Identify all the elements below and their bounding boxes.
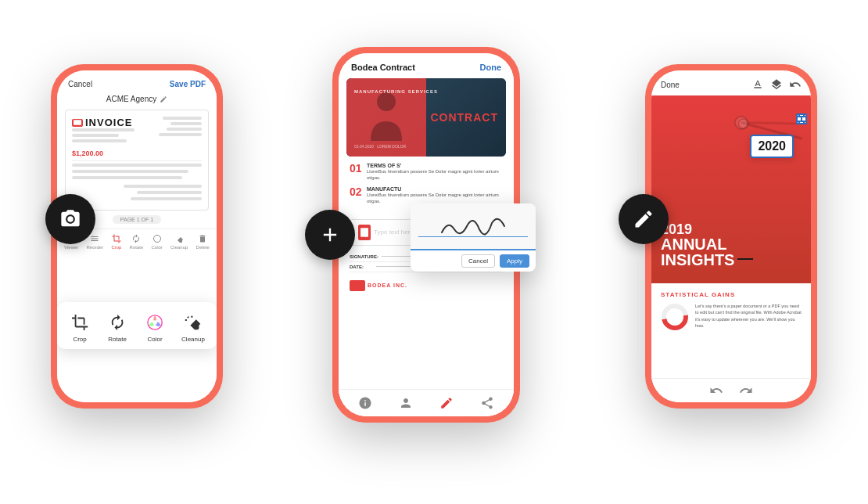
signature-area[interactable]	[411, 203, 536, 250]
signature-modal: Cancel Apply	[411, 203, 536, 272]
type-placeholder: Type text here	[374, 229, 414, 236]
p2-title: Bodea Contract	[351, 63, 415, 72]
color-icon	[144, 311, 166, 333]
contract-title: CONTRACT	[430, 111, 498, 124]
plus-icon	[319, 224, 341, 246]
cleanup-nav-label: Cleanup	[170, 245, 188, 250]
layers-icon[interactable]	[770, 78, 783, 91]
invoice-document: INVOICE	[65, 110, 209, 211]
headline-annual: ANNUAL	[661, 236, 802, 252]
signature-drawing	[426, 211, 520, 242]
svg-rect-0	[74, 120, 81, 125]
viewer-label: Viewer	[64, 245, 78, 250]
phone-sign: Bodea Contract Done MANUFACTURING	[332, 47, 520, 423]
sig-cancel-button[interactable]: Cancel	[461, 254, 495, 268]
nav-crop[interactable]: Crop	[111, 234, 121, 250]
sig-field-label: SIGNATURE:	[350, 254, 378, 259]
svg-point-4	[377, 92, 396, 111]
stat-title: STATISTICAL GAINS	[661, 291, 802, 298]
p2-done-button[interactable]: Done	[480, 63, 502, 72]
cancel-button[interactable]: Cancel	[68, 80, 92, 88]
sig-buttons: Cancel Apply	[411, 250, 536, 272]
headline-text: 2019 ANNUAL INSIGHTS	[661, 222, 802, 268]
contract-image: MANUFACTURING SERVICES CONTRACT 03.04.20…	[346, 78, 506, 157]
invoice-lines	[72, 160, 202, 203]
nav-rotate[interactable]: Rotate	[130, 234, 144, 250]
statistical-section: STATISTICAL GAINS Let's say there's a pa…	[651, 283, 811, 339]
rotate-label: Rotate	[108, 336, 127, 343]
mfg-label: MANUFACTURING SERVICES	[354, 89, 438, 94]
page-indicator: PAGE 1 OF 1	[113, 215, 161, 224]
svg-rect-5	[360, 228, 368, 237]
save-pdf-button[interactable]: Save PDF	[170, 80, 206, 88]
nav-delete[interactable]: Delete	[196, 234, 210, 250]
headline-year: 2019	[661, 222, 802, 236]
p2-header: Bodea Contract Done	[339, 53, 514, 78]
invoice-title: INVOICE	[85, 117, 132, 128]
rotate-nav-label: Rotate	[130, 245, 144, 250]
rotate-tool[interactable]: Rotate	[106, 311, 128, 343]
pdf-icon	[358, 225, 371, 240]
date-field-label: DATE:	[350, 265, 373, 269]
svg-point-10	[669, 311, 680, 322]
tools-popup: Crop Rotate	[57, 302, 217, 349]
contract-subtitle: 03.04.2020 LOREM DOLOR	[354, 144, 406, 149]
phone-3-screen: Done	[651, 70, 811, 402]
cleanup-icon	[182, 311, 204, 333]
p2-bottom-nav	[339, 389, 514, 416]
share-nav-icon[interactable]	[480, 396, 494, 410]
red-content-area: 2020 2019 ANNUAL INSIGHTS	[651, 95, 811, 283]
phone-edit: Done	[645, 64, 817, 409]
crop-tool[interactable]: Crop	[69, 311, 91, 343]
undo-icon[interactable]	[709, 383, 723, 398]
sig-apply-button[interactable]: Apply	[500, 254, 529, 268]
donut-chart	[661, 303, 689, 331]
headline-insights: INSIGHTS	[661, 252, 802, 268]
crop-label: Crop	[73, 336, 86, 343]
bodea-logo-text: BODEA INC.	[368, 283, 407, 288]
pen-icon	[633, 208, 655, 230]
bodea-logo-icon	[350, 280, 365, 291]
svg-point-3	[153, 236, 160, 243]
p3-bottom-controls	[651, 378, 811, 402]
crop-nav-label: Crop	[111, 245, 121, 250]
color-label: Color	[148, 336, 163, 343]
camera-icon	[59, 208, 81, 230]
cleanup-tool[interactable]: Cleanup	[181, 311, 205, 343]
text-format-icon[interactable]	[751, 78, 764, 91]
invoice-logo: INVOICE	[72, 117, 152, 128]
add-fab[interactable]	[305, 210, 355, 260]
cleanup-label: Cleanup	[181, 336, 205, 343]
year-badge[interactable]: 2020	[750, 135, 794, 158]
color-tool[interactable]: Color	[144, 311, 166, 343]
invoice-address	[72, 128, 152, 142]
section-body-01: LloreiBus hivendium possere Se Dolor mag…	[367, 168, 503, 182]
undo-header-icon[interactable]	[789, 78, 802, 91]
p3-header: Done	[651, 70, 811, 95]
scan-fab[interactable]	[45, 194, 95, 244]
info-nav-icon[interactable]	[358, 396, 372, 410]
crop-icon	[69, 311, 91, 333]
person-nav-icon[interactable]	[399, 396, 413, 410]
stat-content: Let's say there's a paper document or a …	[661, 303, 802, 331]
section-num-02: 02	[350, 186, 364, 197]
nav-cleanup[interactable]: Cleanup	[170, 234, 188, 250]
section-num-01: 01	[350, 163, 364, 174]
redo-icon[interactable]	[739, 383, 753, 398]
nav-color[interactable]: Color	[151, 234, 162, 250]
person-silhouette	[367, 86, 406, 149]
p3-done-button[interactable]: Done	[661, 81, 680, 89]
rotate-icon	[106, 311, 128, 333]
invoice-amount: $1,200.00	[72, 149, 202, 157]
edit-fab[interactable]	[619, 194, 669, 244]
edit-icon	[160, 95, 167, 103]
bodea-logo: BODEA INC.	[339, 275, 514, 296]
sign-nav-icon[interactable]	[439, 396, 454, 410]
section-title-01: TERMS OF S'	[367, 163, 503, 168]
nav-reorder[interactable]: Reorder	[87, 234, 104, 250]
section-title-02: MANUFACTU	[367, 186, 503, 192]
p1-header: Cancel Save PDF	[57, 70, 217, 93]
stat-text: Let's say there's a paper document or a …	[695, 303, 802, 329]
p3-header-icons	[751, 78, 802, 91]
reorder-label: Reorder	[87, 245, 104, 250]
